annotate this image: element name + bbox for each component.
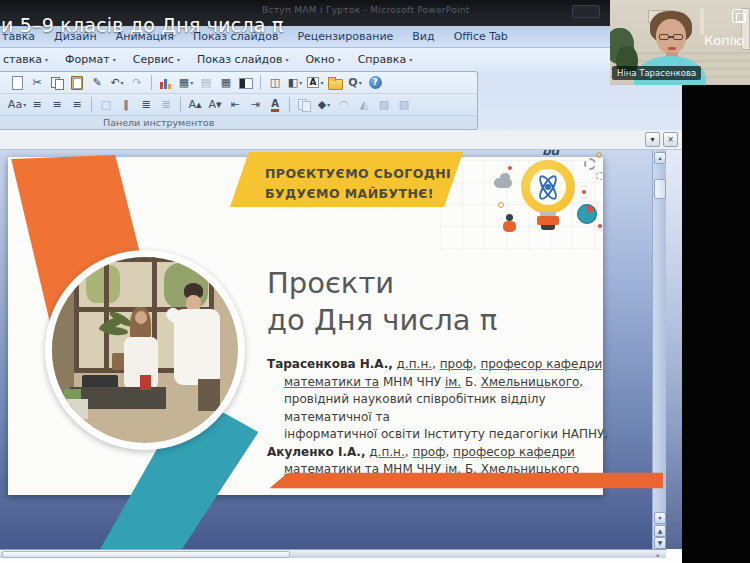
table-icon[interactable]: ▦ (217, 74, 235, 91)
horizontal-scroll-thumb[interactable] (2, 551, 290, 558)
paste-special-icon[interactable] (295, 96, 313, 113)
webcam-wall-frame (700, 8, 704, 34)
close-document-button[interactable]: × (663, 132, 678, 147)
menu-ставка[interactable]: ставка▾ (3, 53, 48, 66)
align-left-icon[interactable]: ≡ (28, 96, 46, 113)
slide-title[interactable]: Проєкти до Дня числа π (267, 265, 497, 339)
arc-icon[interactable]: ◠ (335, 96, 353, 113)
slide-layout-icon[interactable]: ◧▾ (286, 74, 304, 91)
toolbars-panel: ✂▾✎↶▾↷▦▾▤▦▾◫◧▾A▾▾Q▾? Aa▾≡≡≡□‖≣≣A▴A▾⇤⇥A◆▾… (0, 71, 478, 130)
photo-window-frame (104, 257, 109, 373)
menu-справка[interactable]: Справка▾ (358, 53, 412, 66)
copy-icon[interactable] (48, 74, 66, 91)
slogan-line-2: БУДУЄМО МАЙБУТНЄ! (265, 186, 434, 201)
photo-red-bucket (140, 375, 151, 390)
authors-block[interactable]: Тарасенкова Н.А., д.п.н., проф, професор… (267, 356, 615, 479)
lightbulb-illustration: bd (492, 146, 612, 250)
undo-icon[interactable]: ↶▾ (108, 74, 126, 91)
shrink-font-icon[interactable]: A▾ (206, 96, 224, 113)
new-slide-icon[interactable]: ◫ (266, 74, 284, 91)
print-preview-icon[interactable]: ▤ (197, 74, 215, 91)
font-style-icon[interactable]: Aa▾ (8, 96, 26, 113)
cloud-icon (500, 173, 510, 181)
scroll-up-button[interactable]: ▴ (654, 152, 666, 164)
vertical-scroll-thumb[interactable] (654, 179, 666, 199)
toolbar-separator (151, 75, 152, 90)
photo-circle[interactable] (45, 250, 245, 450)
editor-right-edge (666, 150, 682, 549)
zoom-icon[interactable]: Q▾ (346, 74, 364, 91)
document-window-strip: ▾ × (0, 130, 682, 150)
scroll-right-button[interactable]: ▸ (652, 551, 664, 558)
ribbon-tab-office-tab[interactable]: Office Tab (454, 30, 508, 43)
vertical-scrollbar[interactable]: ▴ ▾ ▲ ▼ (652, 150, 666, 549)
participant-name-tag: Ніна Тарасенкова (612, 66, 701, 80)
menu-окно[interactable]: Окно▾ (305, 53, 340, 66)
previous-slide-button[interactable]: ▲ (654, 525, 666, 537)
photo-girl-face (135, 311, 147, 324)
chevron-down-icon: ▾ (23, 101, 26, 108)
grow-font-icon[interactable]: A▴ (186, 96, 204, 113)
gear-icon (596, 172, 604, 180)
ribbon-tab-рецензирование[interactable]: Рецензирование (297, 30, 393, 43)
yellow-ring-dot (498, 202, 504, 208)
color-grayscale-icon[interactable]: ▾ (237, 74, 255, 91)
numbered-list-icon[interactable]: ≣ (137, 96, 155, 113)
black-panel (682, 85, 750, 563)
author-line: математики та МНМ ЧНУ ім. Б. Хмельницько… (267, 374, 615, 392)
bulb-band (537, 216, 559, 225)
redo-icon[interactable]: ↷ (128, 74, 146, 91)
glasses-icon (673, 34, 683, 40)
slogan-line-1: ПРОЄКТУЄМО СЬОГОДНІ – (265, 166, 463, 181)
increase-indent-icon[interactable]: ⇥ (246, 96, 264, 113)
shapes-icon[interactable]: ◆▾ (315, 96, 333, 113)
menu-показ-слайдов[interactable]: Показ слайдов▾ (197, 53, 289, 66)
toolbar-separator (260, 75, 261, 90)
font-color-icon[interactable]: A (266, 96, 284, 113)
toolbar-options-button[interactable]: ▾ (645, 132, 660, 147)
insert-chart-icon[interactable] (157, 74, 175, 91)
photo-tree (86, 265, 120, 303)
placeholder-icon[interactable]: □ (97, 96, 115, 113)
paste-icon[interactable]: ▾ (68, 74, 86, 91)
chevron-down-icon: ▾ (338, 56, 341, 63)
align-center-icon[interactable]: ≡ (48, 96, 66, 113)
copy-icon[interactable] (732, 9, 746, 23)
line-style-icon[interactable]: ▨ (375, 96, 393, 113)
window-control-button[interactable] (572, 5, 600, 18)
cut-icon[interactable]: ✂ (28, 74, 46, 91)
chevron-down-icon: ▾ (327, 101, 330, 108)
yellow-ring-dot (596, 152, 602, 158)
menu-формат[interactable]: Формат▾ (65, 53, 116, 66)
menu-сервис[interactable]: Сервис▾ (133, 53, 180, 66)
scroll-down-button[interactable]: ▾ (654, 512, 666, 524)
align-right-icon[interactable]: ≡ (68, 96, 86, 113)
photo-green-sheet (64, 389, 81, 399)
bullet-list-icon[interactable]: ≣ (157, 96, 175, 113)
person-icon (506, 214, 513, 221)
copy-menu-label[interactable]: Копію (704, 33, 744, 48)
participant-name: Ніна Тарасенкова (617, 68, 696, 78)
insert-table-icon[interactable]: ▦▾ (177, 74, 195, 91)
orange-bottom-bar (268, 472, 663, 489)
decrease-indent-icon[interactable]: ⇤ (226, 96, 244, 113)
slogan-banner[interactable]: ПРОЄКТУЄМО СЬОГОДНІ – БУДУЄМО МАЙБУТНЄ! (228, 152, 468, 207)
chevron-down-icon: ▾ (45, 56, 48, 63)
find-page-icon[interactable] (8, 74, 26, 91)
fill-color-icon[interactable]: ◭ (355, 96, 373, 113)
pie-chart-icon (577, 204, 597, 224)
help-icon[interactable]: ? (366, 74, 384, 91)
shadow-effect-icon[interactable]: ▧ (395, 96, 413, 113)
status-strip (0, 558, 682, 563)
horizontal-scrollbar[interactable]: ▸ (0, 549, 666, 558)
author-line: провідний науковий співробітник відділу … (267, 391, 615, 426)
author-line: Акуленко І.А., д.п.н., проф, професор ка… (267, 444, 615, 462)
columns-icon[interactable]: ‖ (117, 96, 135, 113)
font-box-icon[interactable]: A▾ (306, 74, 324, 91)
next-slide-button[interactable]: ▼ (654, 537, 666, 549)
ribbon-tab-вид[interactable]: Вид (412, 30, 434, 43)
chevron-down-icon: ▾ (285, 56, 288, 63)
photo-chair (198, 379, 220, 411)
folder-open-icon[interactable]: ▾ (326, 74, 344, 91)
format-painter-icon[interactable]: ✎ (88, 74, 106, 91)
